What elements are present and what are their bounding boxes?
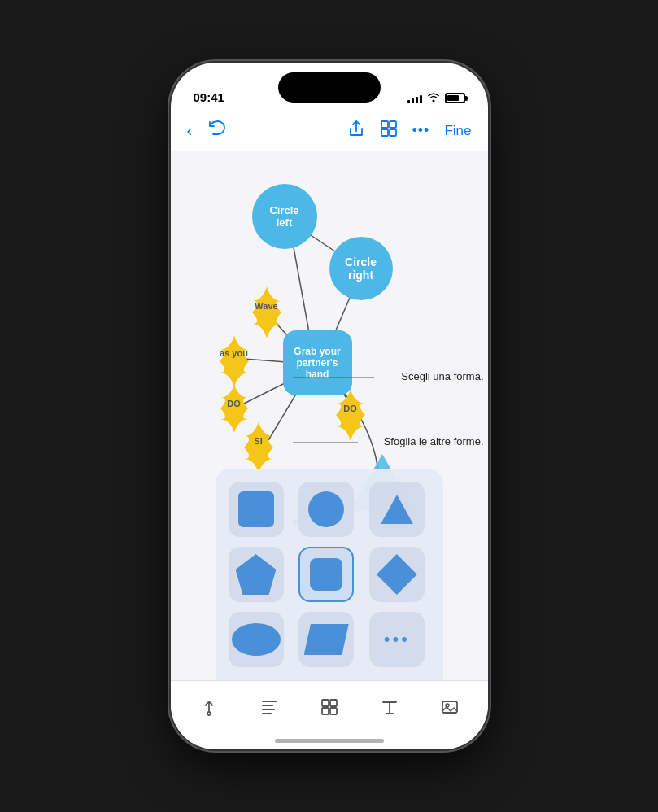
undo-button[interactable]: [207, 119, 226, 143]
browse-shapes-label: Sfoglia le altre forme.: [384, 435, 484, 447]
shape-pentagon-button[interactable]: [229, 547, 284, 602]
svg-rect-24: [322, 708, 329, 714]
shape-ellipse-button[interactable]: [229, 612, 284, 667]
shape-picker-panel: •••: [216, 469, 443, 680]
canvas-area[interactable]: Circle left Circle right Grab your partn…: [171, 151, 488, 680]
shape-triangle-button[interactable]: [369, 482, 425, 537]
pen-tool-button[interactable]: [199, 697, 219, 717]
shape-square-button[interactable]: [229, 482, 284, 537]
choose-shape-annotation: Scegli una forma.: [309, 367, 488, 391]
media-button[interactable]: [440, 697, 460, 717]
svg-rect-20: [262, 709, 275, 710]
grid-button[interactable]: [380, 120, 398, 142]
svg-rect-18: [262, 701, 277, 702]
top-toolbar: ‹: [171, 111, 488, 151]
shape-diamond-button[interactable]: [369, 547, 425, 602]
status-icons: [407, 92, 465, 104]
shape-more-button[interactable]: •••: [369, 612, 425, 667]
svg-rect-19: [262, 705, 273, 706]
share-button[interactable]: [347, 120, 365, 142]
svg-rect-0: [381, 121, 388, 128]
status-time: 09:41: [194, 90, 224, 104]
format-button[interactable]: [259, 697, 279, 717]
svg-rect-3: [390, 129, 396, 136]
svg-marker-14: [381, 495, 413, 524]
svg-rect-23: [330, 700, 337, 706]
dynamic-island: [278, 72, 381, 103]
more-button[interactable]: •••: [412, 122, 430, 139]
shape-circle-button[interactable]: [298, 482, 354, 537]
back-button[interactable]: ‹: [187, 121, 193, 140]
more-shapes-icon: •••: [384, 629, 410, 650]
svg-rect-25: [330, 708, 337, 714]
shape-grid: •••: [229, 482, 430, 667]
phone-frame: 09:41 ‹: [171, 63, 488, 749]
svg-rect-2: [381, 129, 388, 136]
wifi-icon: [427, 92, 440, 104]
svg-rect-21: [262, 713, 272, 714]
shape-rounded-square-button[interactable]: [298, 547, 354, 602]
annotations: Scegli una forma. Sfoglia le altre forme…: [309, 367, 488, 456]
browse-shapes-annotation: Sfoglia le altre forme.: [309, 432, 488, 456]
signal-icon: [407, 94, 422, 103]
choose-shape-label: Scegli una forma.: [401, 370, 483, 382]
svg-rect-1: [390, 121, 396, 128]
svg-rect-22: [322, 700, 329, 706]
shape-parallelogram-button[interactable]: [298, 612, 354, 667]
battery-icon: [445, 93, 465, 103]
text-button[interactable]: [380, 697, 399, 717]
done-button[interactable]: Fine: [444, 123, 471, 139]
shapes-button[interactable]: [320, 697, 339, 717]
circle-left-node[interactable]: Circle left: [252, 184, 317, 249]
circle-right-node[interactable]: Circle right: [329, 237, 393, 300]
home-indicator: [275, 739, 384, 743]
